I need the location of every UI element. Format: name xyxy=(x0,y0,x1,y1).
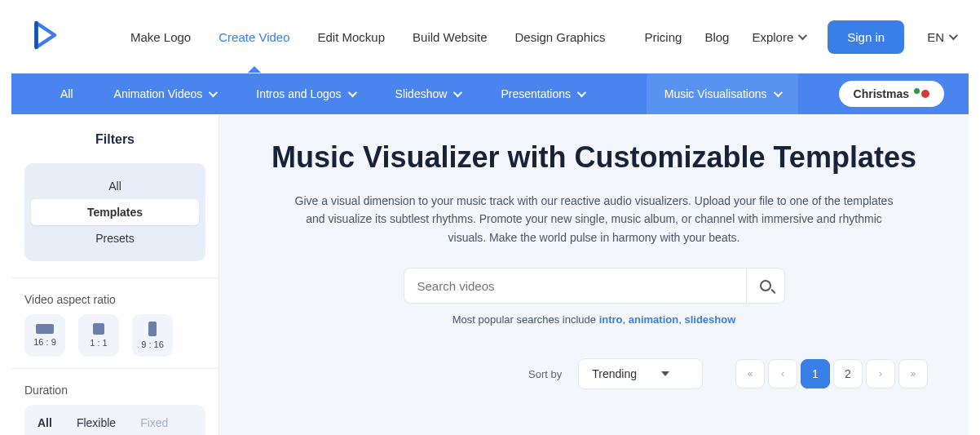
search-button[interactable] xyxy=(746,268,785,304)
popular-link-intro[interactable]: intro xyxy=(599,313,623,326)
duration-label: Duration xyxy=(24,384,205,397)
language-selector[interactable]: EN xyxy=(927,30,956,44)
sort-value: Trending xyxy=(592,367,637,380)
chevron-down-icon xyxy=(577,88,586,97)
page-description: Give a visual dimension to your music tr… xyxy=(293,192,896,246)
page-last[interactable]: » xyxy=(898,359,928,388)
top-navigation: Make Logo Create Video Edit Mockup Build… xyxy=(0,0,980,73)
filters-sidebar: Filters All Templates Presets Video aspe… xyxy=(11,114,219,435)
nav-item-create-video[interactable]: Create Video xyxy=(219,30,289,44)
aspect-ratio-label: Video aspect ratio xyxy=(24,293,205,306)
square-icon xyxy=(93,323,104,335)
page-1[interactable]: 1 xyxy=(801,359,830,388)
divider xyxy=(11,368,219,369)
chevron-down-icon xyxy=(453,88,462,97)
aspect-ratio-options: 16 : 9 1 : 1 9 : 16 xyxy=(24,314,205,357)
filters-title: Filters xyxy=(24,132,205,147)
nav-pricing[interactable]: Pricing xyxy=(645,30,682,44)
page-prev[interactable]: ‹ xyxy=(768,359,797,388)
duration-options: All Flexible Fixed xyxy=(24,405,205,435)
search-input[interactable] xyxy=(404,268,746,304)
landscape-icon xyxy=(36,324,54,334)
category-label: Intros and Logos xyxy=(256,87,341,100)
nav-blog[interactable]: Blog xyxy=(704,30,729,44)
category-slideshow[interactable]: Slideshow xyxy=(395,87,461,100)
sort-select[interactable]: Trending xyxy=(578,358,703,389)
category-all[interactable]: All xyxy=(60,87,73,100)
filter-type-group: All Templates Presets xyxy=(24,163,205,261)
duration-fixed[interactable]: Fixed xyxy=(132,413,176,433)
nav-item-make-logo[interactable]: Make Logo xyxy=(130,30,191,44)
category-label: Slideshow xyxy=(395,87,448,100)
ornaments-icon xyxy=(916,90,929,98)
ratio-label: 16 : 9 xyxy=(33,337,56,347)
category-label: Presentations xyxy=(501,87,571,100)
popular-link-animation[interactable]: animation xyxy=(629,313,678,326)
christmas-label: Christmas xyxy=(854,87,909,100)
category-animation-videos[interactable]: Animation Videos xyxy=(114,87,216,100)
filter-tab-templates[interactable]: Templates xyxy=(31,199,199,225)
nav-item-design-graphics[interactable]: Design Graphics xyxy=(515,30,606,44)
page-body: Filters All Templates Presets Video aspe… xyxy=(11,114,969,435)
chevron-down-icon xyxy=(798,31,807,40)
nav-explore[interactable]: Explore xyxy=(752,30,805,44)
nav-item-edit-mockup[interactable]: Edit Mockup xyxy=(318,30,386,44)
chevron-down-icon xyxy=(209,88,218,97)
category-intros-and-logos[interactable]: Intros and Logos xyxy=(256,87,354,100)
page-2[interactable]: 2 xyxy=(833,359,863,388)
category-music-visualisations[interactable]: Music Visualisations xyxy=(647,73,798,114)
filter-tab-all[interactable]: All xyxy=(31,173,199,199)
aspect-16-9[interactable]: 16 : 9 xyxy=(24,314,65,357)
ratio-label: 1 : 1 xyxy=(90,338,107,348)
sign-in-button[interactable]: Sign in xyxy=(828,20,904,54)
filter-tab-presets[interactable]: Presets xyxy=(31,225,199,251)
chevron-down-icon xyxy=(949,31,958,40)
category-presentations[interactable]: Presentations xyxy=(501,87,584,100)
page-title: Music Visualizer with Customizable Templ… xyxy=(271,139,916,175)
aspect-9-16[interactable]: 9 : 16 xyxy=(132,314,173,357)
category-christmas[interactable]: Christmas xyxy=(839,81,944,107)
ratio-label: 9 : 16 xyxy=(141,340,164,349)
category-label: Animation Videos xyxy=(114,87,203,100)
sort-by-label: Sort by xyxy=(528,368,562,380)
category-label: Music Visualisations xyxy=(664,87,767,100)
chevron-down-icon xyxy=(773,88,782,97)
search-bar xyxy=(404,268,785,304)
caret-down-icon xyxy=(661,371,669,376)
popular-label: Most popular searches include xyxy=(452,313,599,326)
search-icon xyxy=(760,280,771,291)
primary-nav: Make Logo Create Video Edit Mockup Build… xyxy=(130,30,645,44)
nav-item-build-website[interactable]: Build Website xyxy=(413,30,487,44)
page-first[interactable]: « xyxy=(735,359,765,388)
header-right: Pricing Blog Explore Sign in EN xyxy=(645,20,956,54)
logo[interactable] xyxy=(33,20,57,54)
page-next[interactable]: › xyxy=(866,359,895,388)
language-label: EN xyxy=(927,30,944,44)
nav-explore-label: Explore xyxy=(752,30,793,44)
category-bar: All Animation Videos Intros and Logos Sl… xyxy=(11,73,969,114)
duration-flexible[interactable]: Flexible xyxy=(68,413,124,433)
popular-searches: Most popular searches include intro, ani… xyxy=(452,313,736,326)
chevron-down-icon xyxy=(347,88,356,97)
divider xyxy=(11,277,219,278)
duration-all[interactable]: All xyxy=(29,413,60,433)
main-content: Music Visualizer with Customizable Templ… xyxy=(219,114,969,435)
pagination: « ‹ 1 2 › » xyxy=(735,359,928,388)
play-logo-icon xyxy=(33,20,57,51)
portrait-icon xyxy=(148,322,157,336)
aspect-1-1[interactable]: 1 : 1 xyxy=(78,314,119,357)
popular-link-slideshow[interactable]: slideshow xyxy=(684,313,735,326)
results-toolbar: Sort by Trending « ‹ 1 2 › » xyxy=(260,358,928,389)
